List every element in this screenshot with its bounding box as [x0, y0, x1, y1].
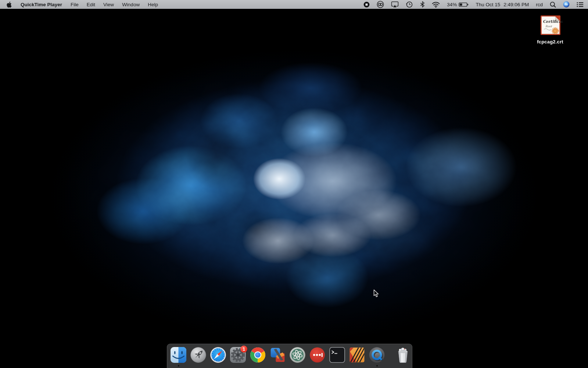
apple-logo-icon	[7, 1, 12, 8]
wifi-menu[interactable]	[432, 0, 440, 9]
dock-item-terminal[interactable]	[329, 347, 345, 367]
airplay-display-icon	[391, 1, 399, 8]
notification-badge: 1	[240, 346, 247, 353]
quicktime-player-icon	[369, 347, 385, 363]
wifi-icon	[432, 1, 440, 8]
menu-view[interactable]: View	[99, 0, 118, 9]
menu-bar: QuickTime Player File Edit View Window H…	[0, 0, 588, 9]
dock-item-finder[interactable]	[170, 347, 187, 367]
notification-center-menu[interactable]	[577, 0, 584, 9]
bluetooth-menu[interactable]	[420, 0, 425, 9]
record-stop-icon	[363, 1, 370, 8]
desktop-icon-label: fcpcag2.crt	[528, 39, 572, 45]
notification-center-icon	[577, 2, 584, 7]
menu-help[interactable]: Help	[144, 0, 162, 9]
chrome-icon	[250, 347, 266, 363]
launchpad-icon	[190, 347, 207, 363]
dock-item-quicktime-player[interactable]	[369, 347, 385, 367]
safari-icon	[210, 347, 226, 363]
siri-menu[interactable]	[563, 0, 570, 9]
user-switch-menu[interactable]: rcd	[536, 0, 543, 9]
battery-percent: 34%	[447, 2, 457, 7]
apple-menu[interactable]	[4, 0, 16, 9]
running-indicator	[178, 365, 179, 367]
dock-item-affinity-publisher[interactable]	[349, 347, 365, 367]
dock-item-lastpass[interactable]	[309, 347, 326, 367]
certificate-subtitle-text: Root	[545, 25, 552, 28]
app-menu-title[interactable]: QuickTime Player	[16, 0, 67, 9]
running-indicator	[376, 365, 378, 367]
desktop-wallpaper	[0, 9, 588, 368]
menu-edit[interactable]: Edit	[83, 0, 99, 9]
time-machine-menu[interactable]	[406, 0, 413, 9]
cloud-noise-texture	[0, 9, 588, 368]
certificate-title-text: Certificate	[543, 19, 562, 24]
finder-icon	[170, 347, 187, 363]
lastpass-icon	[309, 347, 326, 363]
trash-full-icon	[395, 347, 411, 363]
terminal-icon	[329, 347, 345, 363]
battery-menu[interactable]: 34%	[447, 0, 469, 9]
mouse-cursor	[373, 289, 379, 299]
spotlight-menu[interactable]	[550, 0, 556, 9]
dock-item-trash[interactable]	[395, 347, 411, 367]
dock-item-launchpad[interactable]	[190, 347, 207, 367]
clock-date: Thu Oct 15	[476, 2, 500, 7]
adobe-creative-cloud-icon	[377, 1, 384, 8]
affinity-publisher-icon	[349, 347, 365, 363]
airplay-display-menu[interactable]	[391, 0, 399, 9]
spotlight-search-icon	[550, 1, 556, 8]
dock-item-atom[interactable]	[289, 347, 306, 367]
siri-icon	[563, 1, 570, 8]
dock-item-chrome[interactable]	[250, 347, 266, 367]
time-machine-icon	[406, 1, 413, 8]
menu-bar-clock[interactable]: Thu Oct 15 2:49:06 PM	[476, 0, 529, 9]
adobe-creative-cloud-menu[interactable]	[377, 0, 384, 9]
dock-item-safari[interactable]	[210, 347, 226, 367]
dock: 1	[167, 344, 412, 368]
dock-item-system-preferences[interactable]: 1	[230, 347, 246, 367]
vmware-fusion-icon	[269, 347, 286, 363]
clock-time: 2:49:06 PM	[503, 2, 529, 7]
battery-icon	[459, 1, 469, 8]
menu-file[interactable]: File	[67, 0, 83, 9]
menu-window[interactable]: Window	[118, 0, 144, 9]
dock-item-vmware-fusion[interactable]	[269, 347, 286, 367]
atom-icon	[289, 347, 306, 363]
macos-desktop: { "menu_bar": { "app_name": "QuickTime P…	[0, 0, 588, 368]
screen-recording-stop-button[interactable]	[363, 0, 370, 9]
bluetooth-icon	[420, 1, 425, 8]
certificate-file-icon: Certificate Root	[538, 15, 562, 36]
desktop-icon-fcpcag2-crt[interactable]: Certificate Root fcpcag2.crt	[528, 15, 572, 45]
